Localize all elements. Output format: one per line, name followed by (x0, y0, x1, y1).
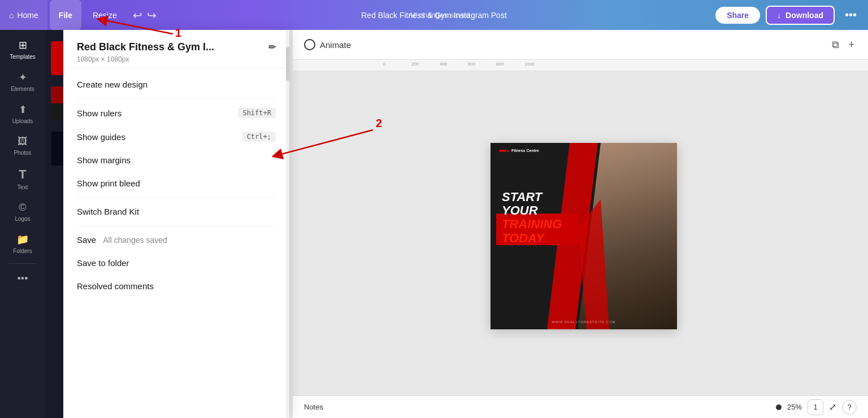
design-line4: TODAY (502, 231, 562, 245)
show-margins-item[interactable]: Show margins (63, 149, 289, 172)
show-guides-shortcut: Ctrl+; (242, 132, 276, 142)
sidebar-label-elements: Elements (11, 86, 34, 92)
sidebar-label-logos: Logos (15, 216, 30, 222)
zoom-slider-handle[interactable] (776, 404, 782, 410)
more-options-button[interactable]: ••• (840, 8, 861, 21)
animate-button[interactable]: Animate (304, 39, 351, 50)
sidebar-more-button[interactable]: ••• (3, 268, 42, 289)
zoom-percentage: 25% (787, 403, 802, 411)
notes-label: Notes (304, 403, 323, 411)
share-button[interactable]: Share (715, 7, 760, 24)
download-button[interactable]: ↓ Download (766, 6, 835, 25)
canvas-area: Animate ⧉ + 0 200 400 600 800 1000 (293, 30, 868, 418)
canvas-top-icons: ⧉ + (830, 37, 857, 53)
show-margins-label: Show margins (77, 155, 131, 165)
help-button[interactable]: ? (842, 400, 857, 415)
download-label: Download (785, 11, 823, 20)
sidebar-item-uploads[interactable]: ⬆ Uploads (3, 99, 42, 129)
sidebar: ⊞ Templates ✦ Elements ⬆ Uploads 🖼 Photo… (0, 30, 45, 418)
undo-button[interactable]: ↩ (133, 8, 142, 22)
ruler-horizontal: 0 200 400 600 800 1000 (293, 60, 868, 71)
show-print-bleed-item[interactable]: Show print bleed (63, 172, 289, 195)
scrollbar-thumb (286, 47, 289, 81)
create-new-design-item[interactable]: Create new design (63, 73, 289, 96)
design-text: START YOUR TRAINING TODAY (502, 190, 562, 245)
ruler-tick-1000: 1000 (524, 62, 535, 67)
photos-icon: 🖼 (18, 136, 28, 147)
sidebar-item-templates[interactable]: ⊞ Templates (3, 34, 42, 64)
sidebar-item-elements[interactable]: ✦ Elements (3, 67, 42, 97)
file-menu: Red Black Fitness & Gym I... ✏ 1080px × … (63, 30, 289, 418)
sidebar-label-uploads: Uploads (12, 118, 33, 124)
more-icon: ••• (18, 273, 28, 285)
show-rulers-item[interactable]: Show rulers Shift+R (63, 101, 289, 125)
file-menu-header: Red Black Fitness & Gym I... ✏ 1080px × … (63, 30, 289, 68)
sidebar-item-photos[interactable]: 🖼 Photos (3, 131, 42, 160)
file-button[interactable]: File (50, 0, 81, 30)
download-icon: ↓ (777, 11, 781, 20)
save-item[interactable]: Save All changes saved (63, 228, 289, 251)
divider-2 (77, 197, 276, 198)
resize-button[interactable]: Resize (84, 0, 126, 30)
save-to-folder-item[interactable]: Save to folder (63, 251, 289, 275)
page-indicator[interactable]: 1 (808, 399, 823, 415)
divider-1 (77, 98, 276, 99)
create-new-label: Create new design (77, 80, 147, 89)
resolved-comments-label: Resolved comments (77, 281, 154, 291)
ruler-tick-800: 800 (496, 62, 504, 67)
sidebar-label-templates: Templates (10, 54, 36, 60)
fullscreen-button[interactable]: ⤢ (829, 402, 836, 412)
ruler-h-inner: 0 200 400 600 800 1000 (293, 60, 868, 71)
save-status-text: All changes saved (103, 236, 167, 245)
elements-icon: ✦ (19, 71, 27, 84)
save-to-folder-label: Save to folder (77, 258, 129, 268)
design-website: WWW.REALLYGREATSITE.COM (491, 320, 677, 324)
topbar-right-actions: Share ↓ Download ••• (715, 6, 868, 25)
home-button[interactable]: ⌂ Home (0, 0, 47, 30)
ruler-tick-600: 600 (468, 62, 475, 67)
file-menu-section-main: Create new design Show rulers Shift+R Sh… (63, 68, 289, 302)
design-line1: START (502, 190, 562, 204)
document-title: Red Black Fitness & Gym Instagram Post (361, 11, 507, 20)
resolved-comments-item[interactable]: Resolved comments (63, 275, 289, 298)
animate-icon (304, 39, 315, 50)
edit-title-button[interactable]: ✏ (268, 42, 276, 53)
file-menu-title-text: Red Black Fitness & Gym I... (77, 41, 214, 53)
add-page-icon-button[interactable]: + (846, 37, 857, 53)
sidebar-label-photos: Photos (14, 150, 31, 156)
copy-page-button[interactable]: ⧉ (830, 37, 841, 53)
show-guides-item[interactable]: Show guides Ctrl+; (63, 125, 289, 149)
home-icon: ⌂ (9, 11, 14, 20)
file-label: File (59, 11, 72, 20)
zoom-controls: 25% 1 ⤢ ? (776, 399, 857, 415)
file-menu-subtitle: 1080px × 1080px (77, 55, 276, 63)
save-label: Save (77, 235, 96, 245)
design-canvas[interactable]: Fitness Centre START YOUR TRAINING TODAY… (491, 143, 677, 329)
ruler-tick-200: 200 (411, 62, 419, 67)
switch-brand-kit-label: Switch Brand Kit (77, 207, 139, 216)
sidebar-item-text[interactable]: T Text (3, 163, 42, 195)
sidebar-label-folders: Folders (13, 248, 32, 254)
ruler-tick-400: 400 (440, 62, 447, 67)
text-icon: T (19, 167, 26, 182)
animate-label: Animate (320, 40, 351, 50)
file-menu-scrollbar[interactable] (286, 30, 289, 418)
uploads-icon: ⬆ (19, 103, 27, 116)
logo-content: Fitness Centre (499, 149, 539, 153)
logo-bar-left (499, 150, 506, 152)
sidebar-label-text: Text (18, 184, 28, 190)
design-line2: YOUR (502, 204, 562, 217)
templates-icon: ⊞ (19, 39, 27, 51)
animate-bar: Animate ⧉ + (293, 30, 868, 60)
sidebar-item-logos[interactable]: © Logos (3, 197, 42, 227)
page-number: 1 (814, 403, 818, 411)
bottom-bar: Notes 25% 1 ⤢ ? (293, 395, 868, 418)
switch-brand-kit-item[interactable]: Switch Brand Kit (63, 200, 289, 223)
show-rulers-shortcut: Shift+R (238, 108, 276, 118)
help-icon: ? (847, 403, 851, 411)
show-guides-label: Show guides (77, 132, 125, 142)
sidebar-item-folders[interactable]: 📁 Folders (3, 229, 42, 259)
design-line3: TRAINING (502, 217, 562, 231)
redo-button[interactable]: ↪ (147, 8, 157, 22)
logo-dot (507, 150, 509, 152)
